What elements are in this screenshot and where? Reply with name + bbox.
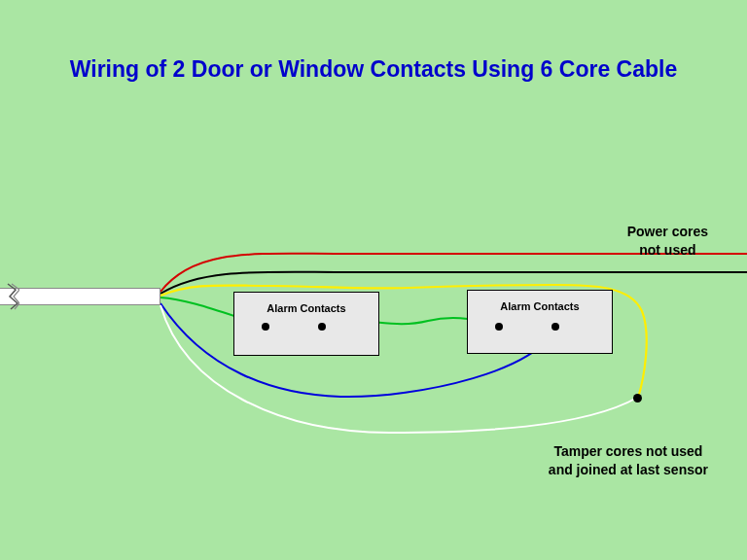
cable-sheath [0, 288, 160, 305]
tamper-junction-dot [633, 394, 642, 402]
note-power-cores: Power coresnot used [627, 223, 708, 260]
terminal-2a [495, 323, 503, 331]
terminal-1a [262, 323, 269, 331]
note-tamper-cores: Tamper cores not usedand joined at last … [549, 442, 708, 479]
alarm-contact-label-2: Alarm Contacts [468, 300, 612, 312]
terminal-1b [318, 323, 326, 331]
cable-break-icon [6, 282, 19, 311]
diagram-title: Wiring of 2 Door or Window Contacts Usin… [0, 56, 747, 83]
alarm-contact-label-1: Alarm Contacts [234, 302, 378, 314]
terminal-2b [551, 323, 559, 331]
wire-black [160, 272, 747, 294]
alarm-contact-box-2: Alarm Contacts [467, 290, 613, 354]
alarm-contact-box-1: Alarm Contacts [233, 292, 379, 356]
